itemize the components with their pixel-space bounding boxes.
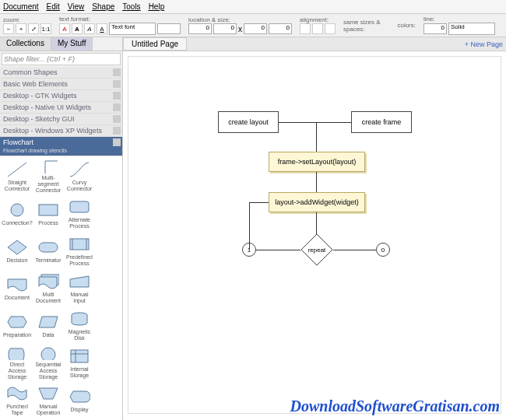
collapse-icon[interactable]: [113, 103, 121, 111]
page-tab-untitled[interactable]: Untitled Page: [123, 37, 187, 51]
collapse-icon[interactable]: [113, 80, 121, 88]
collapse-icon[interactable]: [113, 138, 121, 146]
menu-help[interactable]: Help: [149, 2, 165, 11]
align-label: alignment:: [300, 16, 336, 23]
watermark: DownloadSoftwareGratisan.com: [290, 397, 500, 415]
line-style-combo[interactable]: Solid: [448, 23, 495, 35]
pos-y-spinner[interactable]: 0: [213, 23, 237, 34]
shape-rect2[interactable]: Predefined Process: [65, 234, 93, 268]
collapse-icon[interactable]: [113, 115, 121, 123]
shape-label: Sequential Access Storage: [34, 362, 62, 380]
connector: [316, 122, 317, 152]
connector: [249, 202, 269, 203]
cat-flowchart[interactable]: Flowchart Flowchart drawing stencils: [0, 137, 122, 156]
shape-para[interactable]: Data: [34, 309, 62, 343]
menu-shape[interactable]: Shape: [92, 2, 114, 11]
svg-marker-4: [8, 240, 26, 254]
size-w-spinner[interactable]: 0: [244, 23, 267, 34]
shape-curve[interactable]: Curvy Connector: [65, 159, 93, 194]
svg-rect-3: [70, 201, 89, 212]
shape-label: Preparation: [3, 332, 31, 338]
shape-label: Connection?: [2, 220, 32, 226]
node-create-frame[interactable]: create frame: [351, 111, 412, 133]
shape-label: Internal Storage: [65, 366, 93, 379]
zoom-out-icon[interactable]: −: [3, 23, 14, 34]
shape-zigzag[interactable]: Multi-segment Connector: [34, 159, 62, 194]
cat-native-ui[interactable]: Desktop - Native UI Widgets: [0, 102, 122, 114]
shape-label: Curvy Connector: [65, 180, 93, 192]
shape-roundrect[interactable]: Alternate Process: [65, 197, 93, 231]
shape-wave[interactable]: Punched Tape: [3, 383, 31, 418]
bold-icon[interactable]: A: [72, 23, 83, 34]
canvas[interactable]: create layout create frame frame->setLay…: [128, 56, 501, 414]
underline-icon[interactable]: A: [97, 23, 107, 34]
collapse-icon[interactable]: [113, 92, 121, 100]
italic-icon[interactable]: A: [84, 23, 95, 34]
node-create-layout[interactable]: create layout: [218, 111, 279, 133]
zoom-actual-icon[interactable]: 1:1: [40, 23, 51, 34]
line-width-spinner[interactable]: 0: [423, 23, 447, 34]
size-h-spinner[interactable]: 0: [269, 23, 292, 34]
shape-hex[interactable]: Preparation: [3, 309, 31, 343]
cat-sketchy[interactable]: Desktop - Sketchy GUI: [0, 114, 122, 125]
connector: [316, 172, 317, 192]
node-setlayout[interactable]: frame->setLayout(layout): [269, 152, 365, 172]
menu-edit[interactable]: Edit: [47, 2, 60, 11]
cat-winxp[interactable]: Desktop - Windows XP Widgets: [0, 125, 122, 137]
new-page-button[interactable]: + New Page: [465, 40, 503, 48]
node-addwidget[interactable]: layout->addWidget(widget): [269, 192, 365, 212]
menu-tools[interactable]: Tools: [122, 2, 140, 11]
svg-point-14: [41, 348, 55, 360]
collapse-icon[interactable]: [113, 68, 121, 76]
text-color-icon[interactable]: A: [59, 23, 70, 34]
shape-cylinder[interactable]: Magnetic Disk: [65, 309, 93, 343]
shape-line[interactable]: Straight Connector: [3, 159, 31, 194]
svg-rect-6: [70, 239, 89, 250]
shape-circle2[interactable]: Sequential Access Storage: [34, 346, 62, 380]
svg-rect-2: [39, 205, 58, 215]
locsize-label: location & size:: [188, 16, 292, 23]
align-right-icon[interactable]: [325, 23, 336, 34]
align-center-icon[interactable]: [312, 23, 323, 34]
shape-grid[interactable]: Internal Storage: [65, 346, 93, 380]
shape-label: Process: [38, 220, 58, 226]
shape-doc[interactable]: Document: [3, 271, 31, 306]
pos-x-spinner[interactable]: 0: [188, 23, 212, 34]
svg-point-1: [11, 204, 23, 216]
shape-label: Document: [5, 295, 30, 301]
shape-diamond[interactable]: Decision: [3, 234, 31, 268]
cat-gtk[interactable]: Desktop - GTK Widgets: [0, 90, 122, 102]
font-size-spinner[interactable]: [157, 23, 181, 34]
shape-pill[interactable]: Terminator: [34, 234, 62, 268]
toolbar: zoom: − + ⤢ 1:1 text format: A A A A Tex…: [0, 14, 506, 37]
font-combo[interactable]: Text font: [109, 23, 156, 35]
shape-trapezoid2[interactable]: Manual Operation: [34, 383, 62, 418]
shape-filter-input[interactable]: Shape filter... (Ctrl + F): [2, 53, 121, 65]
terminal-0[interactable]: 0: [376, 243, 390, 257]
collapse-icon[interactable]: [113, 127, 121, 135]
menu-document[interactable]: Document: [3, 2, 39, 11]
connector: [256, 250, 300, 250]
cat-common-shapes[interactable]: Common Shapes: [0, 67, 122, 79]
cat-basic-web[interactable]: Basic Web Elements: [0, 79, 122, 90]
shape-label: Multi-segment Connector: [34, 175, 62, 194]
shape-circle[interactable]: Connection?: [3, 197, 31, 231]
shape-label: Predefined Process: [65, 254, 93, 267]
shape-display[interactable]: Display: [65, 383, 93, 418]
shape-label: Manual Operation: [34, 404, 62, 416]
zoom-in-icon[interactable]: +: [16, 23, 26, 34]
align-left-icon[interactable]: [300, 23, 311, 34]
node-repeat[interactable]: repeat: [300, 233, 334, 267]
mult-label: x: [238, 25, 242, 33]
shape-cylinderh[interactable]: Direct Access Storage: [3, 346, 31, 380]
shape-trapezoid[interactable]: Manual Input: [65, 271, 93, 306]
shape-label: Display: [71, 407, 89, 413]
shape-multidoc[interactable]: Multi Document: [34, 271, 62, 306]
menu-view[interactable]: View: [68, 2, 85, 11]
tab-mystuff[interactable]: My Stuff: [51, 37, 93, 51]
tab-collections[interactable]: Collections: [0, 37, 51, 51]
zoom-fit-icon[interactable]: ⤢: [28, 23, 39, 34]
shape-rect[interactable]: Process: [34, 197, 62, 231]
left-panel: Collections My Stuff Shape filter... (Ct…: [0, 37, 123, 420]
shape-label: Terminator: [35, 257, 61, 264]
